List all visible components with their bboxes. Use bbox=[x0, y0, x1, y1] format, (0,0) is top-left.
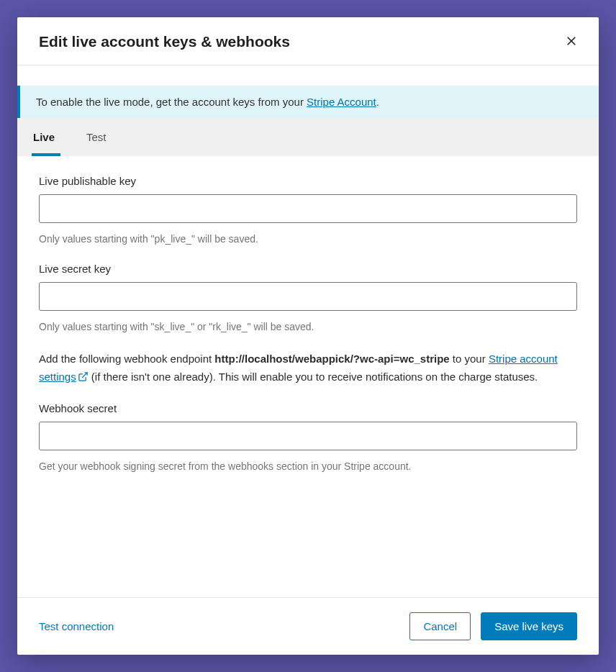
field-webhook-secret: Webhook secret Get your webhook signing … bbox=[39, 402, 577, 474]
help-secret-key: Only values starting with "sk_live_" or … bbox=[39, 319, 577, 335]
stripe-account-link[interactable]: Stripe Account bbox=[307, 96, 376, 108]
svg-line-2 bbox=[82, 373, 87, 378]
form-body: Live publishable key Only values startin… bbox=[17, 156, 599, 597]
modal-footer: Test connection Cancel Save live keys bbox=[17, 597, 599, 655]
help-webhook-secret: Get your webhook signing secret from the… bbox=[39, 459, 577, 474]
label-publishable-key: Live publishable key bbox=[39, 175, 577, 187]
webhook-text-after: (if there isn't one already). This will … bbox=[89, 371, 538, 383]
input-webhook-secret[interactable] bbox=[39, 422, 577, 450]
webhook-text-before: Add the following webhook endpoint bbox=[39, 353, 214, 365]
test-connection-link[interactable]: Test connection bbox=[39, 620, 114, 632]
notice-text-after: . bbox=[376, 96, 379, 108]
info-notice: To enable the live mode, get the account… bbox=[17, 86, 599, 118]
save-button[interactable]: Save live keys bbox=[481, 612, 577, 640]
input-publishable-key[interactable] bbox=[39, 194, 577, 223]
field-secret-key: Live secret key Only values starting wit… bbox=[39, 263, 577, 335]
cancel-button[interactable]: Cancel bbox=[409, 612, 471, 640]
external-link-icon bbox=[78, 370, 89, 381]
close-icon bbox=[565, 35, 578, 50]
help-publishable-key: Only values starting with "pk_live_" wil… bbox=[39, 232, 577, 247]
label-webhook-secret: Webhook secret bbox=[39, 402, 577, 414]
modal-title: Edit live account keys & webhooks bbox=[39, 33, 290, 50]
input-secret-key[interactable] bbox=[39, 282, 577, 311]
tab-test[interactable]: Test bbox=[76, 118, 117, 156]
modal-edit-keys: Edit live account keys & webhooks To ena… bbox=[17, 17, 599, 655]
footer-buttons: Cancel Save live keys bbox=[409, 612, 577, 640]
webhook-endpoint: http://localhost/webappick/?wc-api=wc_st… bbox=[214, 353, 449, 365]
webhook-text-mid: to your bbox=[450, 353, 489, 365]
field-publishable-key: Live publishable key Only values startin… bbox=[39, 175, 577, 247]
webhook-description: Add the following webhook endpoint http:… bbox=[39, 350, 577, 386]
tab-live[interactable]: Live bbox=[32, 118, 60, 156]
close-button[interactable] bbox=[561, 32, 581, 52]
label-secret-key: Live secret key bbox=[39, 263, 577, 275]
modal-header: Edit live account keys & webhooks bbox=[17, 17, 599, 65]
tabs: Live Test bbox=[17, 118, 599, 156]
notice-text-before: To enable the live mode, get the account… bbox=[36, 96, 307, 108]
